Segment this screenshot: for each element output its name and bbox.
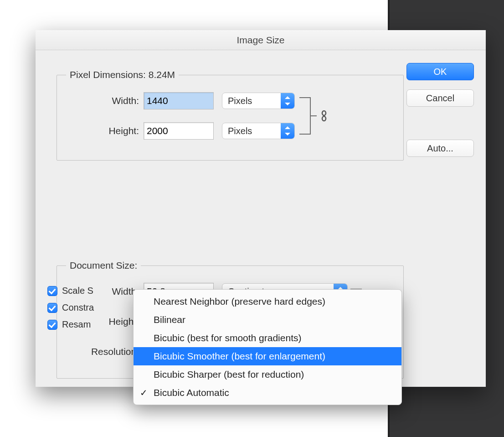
image-size-dialog: Image Size OK Cancel Auto... Pixel Dimen… [36, 30, 486, 387]
resample-menu-item-label: Bicubic (best for smooth gradients) [154, 333, 301, 343]
pixel-dimensions-group: Pixel Dimensions: 8.24M Width: Pixels He… [57, 69, 404, 161]
checkmark-icon: ✓ [140, 387, 148, 398]
dialog-title: Image Size [36, 30, 486, 50]
option-checkboxes: Scale S Constra Resam [47, 286, 94, 330]
resample-image-label: Resam [62, 319, 91, 330]
resample-menu-item[interactable]: Nearest Neighbor (preserve hard edges) [134, 292, 401, 311]
resample-menu-item-label: Nearest Neighbor (preserve hard edges) [154, 296, 325, 307]
document-size-legend: Document Size: [66, 260, 141, 271]
resample-menu-item[interactable]: Bilinear [134, 311, 401, 329]
constrain-proportions-label: Constra [62, 302, 94, 313]
constrain-link-bracket [298, 97, 319, 135]
chain-link-icon [319, 110, 329, 121]
resample-menu-item-label: Bicubic Sharper (best for reduction) [154, 369, 304, 380]
scale-styles-label: Scale S [62, 286, 93, 296]
pixel-height-unit-value: Pixels [228, 126, 252, 136]
pixel-dimensions-legend: Pixel Dimensions: 8.24M [66, 69, 179, 80]
resample-menu-item-label: Bicubic Smoother (best for enlargement) [154, 351, 325, 362]
auto-button[interactable]: Auto... [406, 140, 474, 157]
pixel-width-unit-value: Pixels [228, 96, 252, 106]
pixel-height-input[interactable] [144, 122, 214, 140]
chevron-updown-icon [281, 93, 294, 109]
pixel-width-label: Width: [66, 95, 144, 106]
resample-menu-item[interactable]: Bicubic Smoother (best for enlargement) [134, 347, 401, 365]
dialog-buttons: OK Cancel Auto... [406, 63, 474, 157]
pixel-width-unit-select[interactable]: Pixels [222, 93, 295, 109]
pixel-height-label: Height: [66, 125, 144, 136]
cancel-button[interactable]: Cancel [406, 89, 474, 107]
resample-menu-item[interactable]: Bicubic Sharper (best for reduction) [134, 365, 401, 384]
resample-image-checkbox[interactable] [47, 320, 57, 330]
constrain-proportions-checkbox[interactable] [47, 303, 57, 313]
chevron-updown-icon [281, 123, 294, 139]
resample-method-menu: Nearest Neighbor (preserve hard edges)Bi… [133, 289, 402, 405]
pixel-width-input[interactable] [144, 92, 214, 109]
resample-menu-item[interactable]: ✓Bicubic Automatic [134, 384, 401, 402]
scale-styles-checkbox[interactable] [47, 286, 57, 296]
resample-menu-item-label: Bicubic Automatic [154, 387, 229, 398]
resolution-label: Resolution: [66, 346, 144, 357]
resample-menu-item-label: Bilinear [154, 314, 185, 325]
svg-point-0 [322, 111, 326, 115]
svg-point-1 [322, 116, 326, 121]
resample-menu-item[interactable]: Bicubic (best for smooth gradients) [134, 329, 401, 347]
ok-button[interactable]: OK [406, 63, 474, 80]
pixel-height-unit-select[interactable]: Pixels [222, 123, 295, 139]
